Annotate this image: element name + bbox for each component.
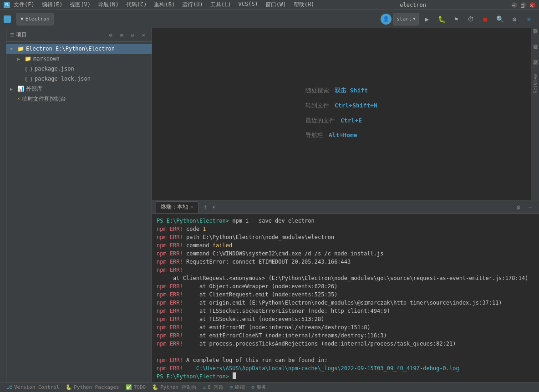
user-avatar[interactable]: 👤 bbox=[381, 14, 392, 25]
status-services[interactable]: ⚙ 服务 bbox=[249, 382, 269, 392]
term-err-1: npm ERR! bbox=[157, 225, 183, 233]
tree-item-markdown[interactable]: ▶ 📁 markdown bbox=[6, 54, 152, 64]
term-line-2: npm ERR! path E:\Python\Electron\node_mo… bbox=[157, 233, 534, 241]
folder-icon-markdown: 📁 bbox=[25, 56, 31, 62]
project-icon bbox=[4, 15, 11, 23]
terminal-cursor bbox=[233, 372, 236, 379]
tree-item-package-json[interactable]: ▶ { } package.json bbox=[6, 64, 152, 74]
menu-edit[interactable]: 编辑(E) bbox=[42, 1, 63, 9]
term-line-7: npm ERR! at Object.onceWrapper (node:eve… bbox=[157, 282, 534, 290]
terminal-output[interactable]: PS E:\Python\Electron> npm i --save-dev … bbox=[152, 214, 539, 382]
term-line-12: npm ERR! at emitErrorNT (node:internal/s… bbox=[157, 323, 534, 331]
term-err-13: npm ERR! bbox=[157, 331, 183, 340]
maximize-button[interactable]: □ bbox=[521, 2, 526, 8]
term-err-8: npm ERR! bbox=[157, 290, 183, 299]
term-line-11: npm ERR! at TLSSocket.emit (node:events:… bbox=[157, 315, 534, 323]
project-dropdown[interactable]: ▼ Electron bbox=[16, 13, 54, 25]
term-line-15: npm ERR! A complete log of this run can … bbox=[157, 356, 534, 364]
menu-refactor[interactable]: 重构(B) bbox=[154, 1, 175, 9]
term-prompt-0: PS E:\Python\Electron> bbox=[157, 217, 229, 225]
term-err-2: npm ERR! bbox=[157, 233, 183, 241]
file-icon-package-json: { } bbox=[25, 66, 33, 71]
terminal-tab-bar: 终端：本地 ✕ ＋ ▾ ⚙ — bbox=[152, 200, 539, 214]
run-button[interactable]: ▶ bbox=[421, 13, 433, 25]
right-panel-contacts[interactable]: 联系 bbox=[532, 49, 539, 56]
tree-item-package-lock-json[interactable]: ▶ { } package-lock.json bbox=[6, 74, 152, 84]
right-panel-sciview[interactable]: SciView bbox=[532, 80, 539, 87]
python-packages-icon: 🐍 bbox=[66, 384, 72, 390]
stop-button[interactable]: ■ bbox=[479, 13, 492, 25]
status-python-console[interactable]: 🐍 Python 控制台 bbox=[149, 382, 199, 392]
right-panel-notifications[interactable]: 通知 bbox=[532, 34, 539, 41]
term-err-3b: command failed bbox=[183, 241, 232, 249]
sidebar-expand-icon[interactable]: ⊟ bbox=[128, 31, 137, 40]
right-panel-track[interactable]: 跟踪 bbox=[532, 65, 539, 72]
menu-view[interactable]: 视图(V) bbox=[70, 1, 91, 9]
hint-recent-key: Ctrl+E bbox=[341, 114, 362, 127]
status-todo[interactable]: ✅ TODO bbox=[123, 382, 149, 392]
menu-help[interactable]: 帮助(H) bbox=[294, 1, 315, 9]
coverage-button[interactable]: ⚑ bbox=[450, 13, 463, 25]
sidebar-close-icon[interactable]: ✕ bbox=[139, 31, 148, 40]
todo-icon: ✅ bbox=[126, 384, 132, 390]
term-err-3: npm ERR! bbox=[157, 241, 183, 249]
app-icon: PC bbox=[4, 2, 10, 8]
services-icon: ⚙ bbox=[251, 384, 254, 390]
user-icon-glyph: 👤 bbox=[383, 16, 389, 22]
terminal-settings-icon[interactable]: ⚙ bbox=[514, 202, 524, 212]
term-line-0: PS E:\Python\Electron> npm i --save-dev … bbox=[157, 217, 534, 225]
term-line-3: npm ERR! command failed bbox=[157, 241, 534, 249]
editor-and-right: 随处搜索 双击 Shift 转到文件 Ctrl+Shift+N 最近的文件 Ct… bbox=[152, 28, 539, 200]
folder-icon-external: 📊 bbox=[17, 86, 24, 92]
menu-file[interactable]: 文件(F) bbox=[14, 1, 35, 9]
status-python-console-label: Python 控制台 bbox=[160, 384, 196, 391]
term-err-16: npm ERR! bbox=[157, 364, 183, 372]
tree-item-temp-files[interactable]: ▶ ⚡ 临时文件和控制台 bbox=[6, 94, 152, 104]
project-name-label: Electron bbox=[25, 16, 50, 22]
window-controls: — □ ✕ bbox=[512, 2, 535, 8]
search-button[interactable]: 🔍 bbox=[493, 13, 506, 25]
profile-button[interactable]: ⏱ bbox=[464, 13, 477, 25]
run-config-btn[interactable]: start ▾ bbox=[393, 13, 419, 25]
hint-search-key: 双击 Shift bbox=[335, 84, 368, 97]
tree-item-external-libs[interactable]: ▶ 📊 外部库 bbox=[6, 84, 152, 94]
status-problems[interactable]: ⚠ 0 问题 bbox=[200, 382, 227, 392]
settings-button[interactable]: ⚙ bbox=[508, 13, 521, 25]
terminal-tab-local[interactable]: 终端：本地 ✕ bbox=[156, 201, 198, 213]
terminal-tab-label: 终端：本地 bbox=[161, 203, 188, 211]
menu-window[interactable]: 窗口(W) bbox=[265, 1, 286, 9]
project-tree: ▼ 📁 Electron E:\Python\Electron ▶ 📁 mark… bbox=[6, 42, 152, 382]
tree-arrow-electron: ▼ bbox=[10, 46, 15, 51]
sidebar-collapse-all-icon[interactable]: ≡ bbox=[117, 31, 126, 40]
status-terminal-label: 终端 bbox=[235, 384, 245, 391]
menu-code[interactable]: 代码(C) bbox=[126, 1, 147, 9]
debug-button[interactable]: 🐛 bbox=[435, 13, 448, 25]
electron-icon[interactable]: ⚛ bbox=[523, 13, 535, 25]
term-err-10: npm ERR! bbox=[157, 307, 183, 315]
editor-area[interactable]: 随处搜索 双击 Shift 转到文件 Ctrl+Shift+N 最近的文件 Ct… bbox=[152, 28, 531, 200]
project-dropdown-label: ▼ bbox=[20, 16, 24, 22]
status-python-packages[interactable]: 🐍 Python Packages bbox=[63, 382, 122, 392]
sidebar-settings-icon[interactable]: ⚙ bbox=[106, 31, 115, 40]
term-err-16b: C:\Users\ASUS\AppData\Local\npm-cache\_l… bbox=[183, 364, 459, 372]
status-version-control[interactable]: ⎇ Version Control bbox=[4, 382, 62, 392]
menu-navigate[interactable]: 导航(N) bbox=[98, 1, 119, 9]
tree-item-electron-root[interactable]: ▼ 📁 Electron E:\Python\Electron bbox=[6, 44, 152, 54]
term-err-12: npm ERR! bbox=[157, 323, 183, 331]
term-err-15b: A complete log of this run can be found … bbox=[183, 356, 328, 364]
terminal-add-button[interactable]: ＋ bbox=[200, 202, 210, 212]
menu-tools[interactable]: 工具(L) bbox=[210, 1, 231, 9]
terminal-minimize-icon[interactable]: — bbox=[525, 202, 535, 212]
status-terminal[interactable]: ≡ 终端 bbox=[227, 382, 248, 392]
sidebar-title: 项目 bbox=[16, 31, 104, 39]
menu-vcs[interactable]: VCS(S) bbox=[239, 1, 258, 9]
terminal-tab-close-icon[interactable]: ✕ bbox=[191, 204, 193, 209]
menu-run[interactable]: 运行(U) bbox=[182, 1, 203, 9]
tree-label-package-json: package.json bbox=[35, 66, 74, 72]
terminal-chevron-icon[interactable]: ▾ bbox=[212, 204, 215, 210]
minimize-button[interactable]: — bbox=[512, 2, 517, 8]
tree-arrow-markdown: ▶ bbox=[17, 56, 23, 61]
hint-nav-key: Alt+Home bbox=[329, 129, 357, 142]
close-button[interactable]: ✕ bbox=[530, 2, 535, 8]
project-sidebar: ☰ 项目 ⚙ ≡ ⊟ ✕ ▼ 📁 Electron E:\Python\Elec… bbox=[6, 28, 152, 382]
